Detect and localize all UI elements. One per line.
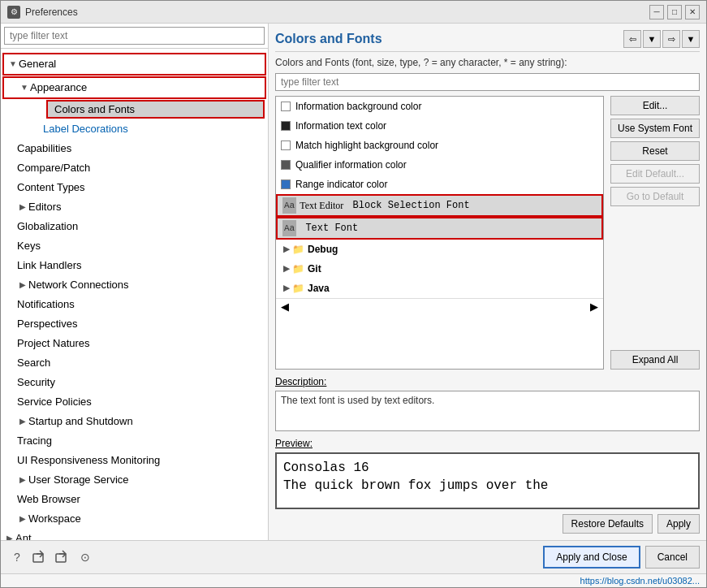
use-system-font-button[interactable]: Use System Font [610, 119, 700, 138]
list-label-match-highlight: Match highlight background color [295, 137, 438, 153]
colors-list: Information background color Information… [275, 96, 604, 370]
list-item-java-group[interactable]: ▶ 📁 Java [276, 279, 603, 298]
list-item-git-group[interactable]: ▶ 📁 Git [276, 259, 603, 279]
tree-label-startup-shutdown: Startup and Shutdown [28, 413, 133, 430]
tree-item-general[interactable]: ▼ General [2, 53, 266, 76]
tree-label-ui-responsiveness: UI Responsiveness Monitoring [17, 454, 160, 466]
list-label-block-mono: Block Selection Font [347, 197, 469, 214]
description-text: The text font is used by text editors. [281, 395, 434, 406]
tree-label-label-decorations: Label Decorations [43, 123, 128, 135]
tree-item-notifications[interactable]: Notifications [1, 295, 268, 314]
expand-icon-user-storage: ▶ [17, 472, 28, 488]
list-item-debug-group[interactable]: ▶ 📁 Debug [276, 240, 603, 259]
apply-button[interactable]: Apply [657, 514, 700, 534]
export-icon[interactable] [30, 547, 50, 567]
apply-and-close-button[interactable]: Apply and Close [543, 546, 640, 569]
back-dropdown-button[interactable]: ▼ [643, 30, 661, 48]
expand-icon-git: ▶ [281, 261, 292, 277]
tree-item-label-decorations[interactable]: Label Decorations [1, 119, 268, 139]
tree-item-service-policies[interactable]: Service Policies [1, 392, 268, 412]
status-url: https://blog.csdn.net/u03082... [580, 576, 700, 586]
description-section: Description: The text font is used by te… [275, 376, 700, 431]
tree-item-startup-shutdown[interactable]: ▶ Startup and Shutdown [1, 412, 268, 431]
tree-label-globalization: Globalization [17, 220, 78, 232]
list-item-qualifier-info[interactable]: Qualifier information color [276, 155, 603, 175]
tree-filter-input[interactable] [4, 27, 265, 45]
tree-item-keys[interactable]: Keys [1, 236, 268, 256]
reset-button[interactable]: Reset [610, 141, 700, 161]
tree-item-tracing[interactable]: Tracing [1, 431, 268, 451]
scroll-left-icon[interactable]: ◀ [281, 300, 289, 313]
expand-icon-java: ▶ [281, 280, 292, 296]
tree-label-keys: Keys [17, 240, 41, 252]
tree-item-perspectives[interactable]: Perspectives [1, 314, 268, 334]
tree-item-compare-patch[interactable]: Compare/Patch [1, 158, 268, 178]
font-prefix-text: Aa [282, 220, 296, 236]
expand-all-button[interactable]: Expand All [610, 350, 700, 370]
expand-icon-ant: ▶ [4, 530, 15, 540]
tree-label-notifications: Notifications [17, 298, 75, 310]
list-item-text-font[interactable]: Aa Text Font [276, 217, 603, 240]
tree-item-workspace[interactable]: ▶ Workspace [1, 509, 268, 529]
tree-label-content-types: Content Types [17, 181, 85, 193]
tree-item-user-storage[interactable]: ▶ User Storage Service [1, 470, 268, 490]
settings-icon[interactable]: ⊙ [75, 547, 95, 567]
font-prefix-block: Aa [282, 197, 296, 214]
tree-label-ant: Ant [15, 530, 32, 540]
tree-item-ant[interactable]: ▶ Ant [1, 529, 268, 540]
tree-item-content-types[interactable]: Content Types [1, 178, 268, 197]
tree-item-editors[interactable]: ▶ Editors [1, 197, 268, 217]
maximize-button[interactable]: □ [667, 5, 682, 19]
expand-icon-debug: ▶ [281, 241, 292, 257]
scroll-right-icon[interactable]: ▶ [590, 300, 598, 313]
tree-item-project-natures[interactable]: Project Natures [1, 334, 268, 353]
go-to-default-button[interactable]: Go to Default [610, 187, 700, 206]
list-item-match-highlight[interactable]: Match highlight background color [276, 136, 603, 155]
tree-item-link-handlers[interactable]: Link Handlers [1, 256, 268, 275]
minimize-button[interactable]: ─ [649, 5, 664, 19]
list-item-info-text[interactable]: Information text color [276, 116, 603, 136]
preview-line2: The quick brown fox jumps over the [283, 477, 692, 495]
list-item-info-bg[interactable]: Information background color [276, 97, 603, 116]
action-buttons-panel: Edit... Use System Font Reset Edit Defau… [610, 96, 700, 370]
panel-title-row: Colors and Fonts ⇦ ▼ ⇨ ▼ [275, 30, 700, 52]
right-panel: Colors and Fonts ⇦ ▼ ⇨ ▼ Colors and Font… [269, 24, 706, 540]
tree-label-appearance: Appearance [30, 80, 87, 96]
list-item-range-indicator[interactable]: Range indicator color [276, 175, 603, 194]
title-bar: ⚙ Preferences ─ □ ✕ [1, 1, 706, 24]
color-swatch-match-highlight [281, 141, 291, 150]
tree-item-security[interactable]: Security [1, 373, 268, 392]
dialog-title: Preferences [25, 6, 649, 18]
preview-section: Preview: Consolas 16 The quick brown fox… [275, 438, 700, 509]
title-controls: ─ □ ✕ [649, 5, 700, 19]
colors-area: Information background color Information… [275, 96, 700, 370]
help-icon[interactable]: ? [7, 547, 27, 567]
import-icon[interactable] [53, 547, 72, 567]
forward-button[interactable]: ⇨ [662, 30, 680, 48]
tree-item-network-connections[interactable]: ▶ Network Connections [1, 275, 268, 295]
tree-label-search: Search [17, 357, 50, 369]
tree-item-web-browser[interactable]: Web Browser [1, 490, 268, 509]
tree-item-ui-responsiveness[interactable]: UI Responsiveness Monitoring [1, 451, 268, 470]
tree-container: ▼ General ▼ Appearance Colors and Fonts [1, 49, 268, 540]
tree-item-colors-and-fonts[interactable]: Colors and Fonts [46, 100, 265, 119]
preview-label: Preview: [275, 438, 700, 449]
edit-button[interactable]: Edit... [610, 96, 700, 115]
tree-label-general: General [19, 56, 56, 72]
tree-item-globalization[interactable]: Globalization [1, 217, 268, 236]
close-button[interactable]: ✕ [685, 5, 700, 19]
expand-icon-startup: ▶ [17, 413, 28, 430]
panel-filter-input[interactable] [275, 73, 700, 91]
cancel-button[interactable]: Cancel [645, 546, 700, 569]
tree-item-capabilities[interactable]: Capabilities [1, 139, 268, 158]
back-button[interactable]: ⇦ [623, 30, 641, 48]
tree-group-general: ▼ General ▼ Appearance Colors and Fonts [1, 53, 268, 529]
list-item-block-selection-font[interactable]: Aa Text Editor Block Selection Font [276, 194, 603, 217]
panel-description-text: Colors and Fonts (font, size, type, ? = … [275, 57, 700, 68]
color-swatch-qualifier-info [281, 160, 291, 170]
tree-item-search[interactable]: Search [1, 353, 268, 373]
forward-dropdown-button[interactable]: ▼ [682, 30, 700, 48]
tree-item-appearance[interactable]: ▼ Appearance [2, 76, 266, 99]
restore-defaults-button[interactable]: Restore Defaults [563, 514, 653, 534]
edit-default-button[interactable]: Edit Default... [610, 164, 700, 184]
